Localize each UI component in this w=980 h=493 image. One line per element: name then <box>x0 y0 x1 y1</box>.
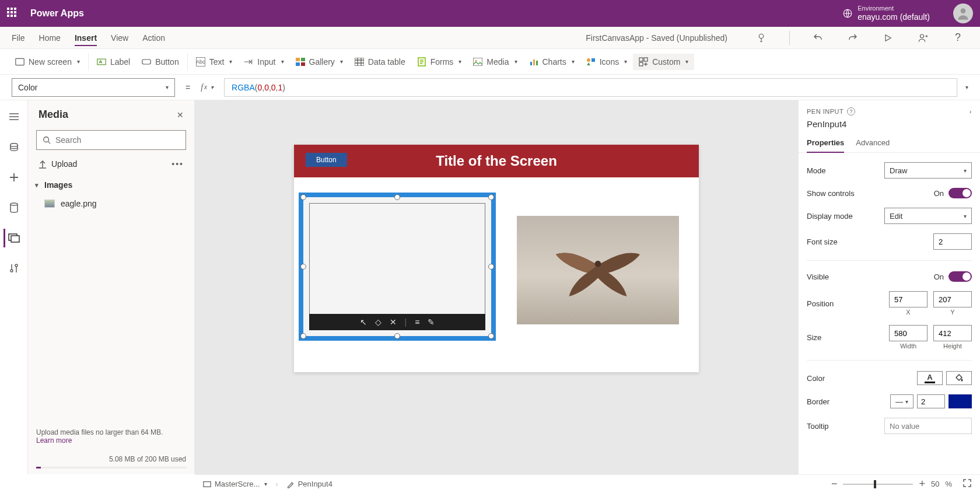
new-screen-button[interactable]: New screen▾ <box>9 54 86 70</box>
environment-picker[interactable]: Environment enayu.com (default) <box>842 5 930 22</box>
svg-point-2 <box>759 34 764 39</box>
charts-button[interactable]: Charts▾ <box>523 54 580 70</box>
images-category[interactable]: ▾ Images <box>28 174 194 195</box>
input-button[interactable]: Input▾ <box>238 54 289 70</box>
forms-button[interactable]: Forms▾ <box>411 54 468 70</box>
undo-icon[interactable] <box>812 32 824 44</box>
tab-properties[interactable]: Properties <box>807 134 844 153</box>
screen-icon <box>15 57 24 67</box>
position-y-input[interactable] <box>933 291 972 307</box>
pen-erase-icon[interactable]: ◇ <box>375 317 382 327</box>
fx-label[interactable]: fx▾ <box>201 83 217 92</box>
pen-input-control[interactable]: ↖ ◇ ✕ | ≡ ✎ <box>299 193 496 341</box>
input-label: Input <box>257 57 275 67</box>
help-icon[interactable]: ? <box>952 32 964 44</box>
width-input[interactable] <box>889 325 928 341</box>
display-mode-dropdown[interactable]: Edit▾ <box>884 208 972 224</box>
forms-icon <box>417 57 426 67</box>
eagle-image-control[interactable] <box>517 216 679 324</box>
menu-view[interactable]: View <box>111 33 128 43</box>
label-button[interactable]: Label <box>91 54 136 70</box>
add-data-icon[interactable] <box>5 168 23 187</box>
globe-icon <box>842 8 853 19</box>
close-icon[interactable]: ✕ <box>177 110 184 120</box>
svg-rect-17 <box>536 61 538 65</box>
height-input[interactable] <box>933 325 972 341</box>
font-size-input[interactable] <box>933 233 972 250</box>
formula-input[interactable]: RGBA(0, 0, 0, 1) <box>224 78 957 97</box>
learn-more-link[interactable]: Learn more <box>36 436 186 445</box>
show-controls-toggle[interactable]: On <box>934 188 972 198</box>
upload-button[interactable]: Upload <box>38 159 77 169</box>
info-icon[interactable]: ? <box>847 107 855 116</box>
svg-point-1 <box>961 8 966 13</box>
font-color-button[interactable]: A <box>917 371 943 385</box>
control-breadcrumb[interactable]: PenInput4 <box>286 480 332 488</box>
menu-action[interactable]: Action <box>142 33 165 43</box>
gallery-icon <box>296 57 305 67</box>
insert-pane-icon[interactable] <box>5 138 23 156</box>
share-icon[interactable] <box>917 32 929 44</box>
canvas-area[interactable]: Button Title of the Screen ↖ ◇ ✕ | ≡ ✎ <box>195 100 798 474</box>
search-icon <box>43 136 51 144</box>
menu-insert[interactable]: Insert <box>75 33 97 46</box>
zoom-unit: % <box>945 480 952 488</box>
media-file-item[interactable]: eagle.png <box>28 195 194 212</box>
chevron-right-icon[interactable]: › <box>970 108 972 115</box>
formula-expand-icon[interactable]: ▾ <box>965 84 968 90</box>
user-avatar[interactable] <box>953 4 973 23</box>
mode-dropdown[interactable]: Draw▾ <box>884 162 972 179</box>
screen-title-label: Title of the Screen <box>436 153 557 169</box>
canvas-button-control[interactable]: Button <box>306 153 347 167</box>
position-x-input[interactable] <box>889 291 928 307</box>
pen-draw-icon[interactable]: ↖ <box>360 317 367 327</box>
svg-rect-19 <box>592 58 595 62</box>
label-icon <box>97 57 106 67</box>
search-field[interactable] <box>55 135 180 145</box>
button-button[interactable]: Button <box>136 54 184 70</box>
media-icon <box>473 57 482 67</box>
redo-icon[interactable] <box>847 32 859 44</box>
gallery-button[interactable]: Gallery▾ <box>290 54 349 70</box>
pen-edit-icon[interactable]: ✎ <box>428 317 435 327</box>
text-button[interactable]: AbcText▾ <box>190 54 239 70</box>
zoom-in-button[interactable]: + <box>919 478 925 490</box>
media-search-input[interactable] <box>36 130 186 150</box>
custom-icon <box>639 57 648 67</box>
menu-file[interactable]: File <box>12 33 25 43</box>
app-checker-icon[interactable] <box>755 32 767 44</box>
app-launcher-icon[interactable] <box>7 8 19 19</box>
screen-header: Button Title of the Screen <box>294 145 699 177</box>
app-screen[interactable]: Button Title of the Screen ↖ ◇ ✕ | ≡ ✎ <box>294 145 699 372</box>
advanced-tools-icon[interactable] <box>5 259 23 278</box>
border-style-dropdown[interactable]: —▾ <box>890 394 914 408</box>
tooltip-input[interactable] <box>884 418 972 434</box>
border-width-input[interactable] <box>917 394 945 408</box>
media-button[interactable]: Media▾ <box>467 54 523 70</box>
pen-lines-icon[interactable]: ≡ <box>415 317 419 327</box>
icons-label: Icons <box>600 57 619 67</box>
fit-to-window-icon[interactable] <box>963 478 972 489</box>
border-color-swatch[interactable] <box>949 394 972 408</box>
custom-button[interactable]: Custom▾ <box>633 54 694 70</box>
data-table-button[interactable]: Data table <box>349 54 411 70</box>
menu-home[interactable]: Home <box>39 33 61 43</box>
chevron-down-icon: ▾ <box>35 181 38 189</box>
screen-breadcrumb[interactable]: MasterScre... ▾ <box>203 480 267 488</box>
property-selector[interactable]: Color▾ <box>12 78 175 97</box>
tree-view-icon[interactable] <box>5 107 23 126</box>
media-pane-icon[interactable] <box>4 229 22 247</box>
zoom-out-button[interactable]: − <box>831 478 838 490</box>
tab-advanced[interactable]: Advanced <box>856 134 890 152</box>
zoom-value: 50 <box>931 480 939 488</box>
more-icon[interactable]: ••• <box>172 159 184 169</box>
tooltip-label: Tooltip <box>807 422 829 431</box>
visible-toggle[interactable]: On <box>934 271 972 282</box>
play-icon[interactable] <box>882 32 894 44</box>
pen-clear-icon[interactable]: ✕ <box>390 317 397 327</box>
fill-color-button[interactable] <box>946 371 972 385</box>
data-sources-icon[interactable] <box>5 198 23 217</box>
icons-button[interactable]: Icons▾ <box>580 54 633 70</box>
zoom-slider[interactable] <box>843 484 913 485</box>
environment-name: enayu.com (default) <box>858 12 930 22</box>
